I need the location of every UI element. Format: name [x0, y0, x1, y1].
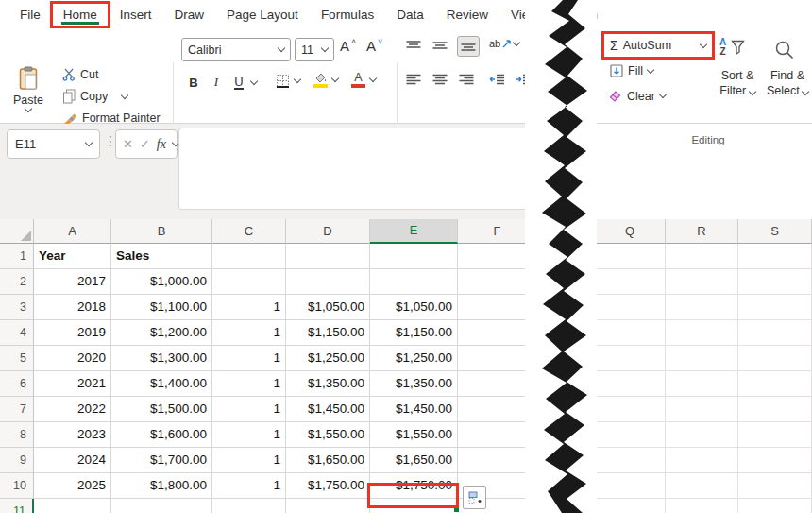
row-header-4[interactable]: 4 [0, 320, 34, 346]
tab-draw[interactable]: Draw [164, 4, 215, 26]
cell-a4[interactable]: 2019 [34, 320, 111, 346]
grow-font-button[interactable]: A ˄ [340, 38, 356, 54]
cell-s11[interactable] [738, 499, 812, 513]
cell-c7[interactable]: 1 [212, 397, 286, 422]
find-select-label[interactable]: Find & Select [763, 68, 812, 98]
cell-e6[interactable]: $1,350.00 [370, 371, 458, 397]
cell-e2[interactable] [370, 269, 458, 295]
cell-c2[interactable] [212, 269, 286, 295]
cell-e3[interactable]: $1,050.00 [370, 295, 458, 320]
cell-s5[interactable] [738, 346, 812, 371]
column-header-r[interactable]: R [666, 219, 738, 244]
cell-r4[interactable] [666, 320, 738, 346]
cell-b4[interactable]: $1,200.00 [111, 320, 212, 346]
underline-chevron-icon[interactable] [250, 77, 258, 84]
cell-a7[interactable]: 2022 [34, 397, 111, 422]
cell-b10[interactable]: $1,800.00 [111, 473, 212, 499]
cell-s4[interactable] [738, 320, 812, 346]
font-size-combobox[interactable]: 11 [295, 38, 334, 61]
cell-b5[interactable]: $1,300.00 [111, 346, 212, 371]
shrink-font-button[interactable]: A ˅ [366, 38, 382, 54]
cell-d9[interactable]: $1,650.00 [286, 448, 370, 473]
italic-button[interactable]: I [206, 72, 227, 93]
cell-r6[interactable] [666, 371, 738, 397]
cell-c1[interactable] [212, 244, 286, 269]
column-header-c[interactable]: C [212, 219, 286, 244]
row-header-8[interactable]: 8 [0, 422, 34, 448]
top-align-button[interactable] [406, 40, 421, 51]
row-header-2[interactable]: 2 [0, 269, 34, 295]
row-header-9[interactable]: 9 [0, 448, 34, 473]
align-right-button[interactable] [459, 74, 474, 85]
cell-r3[interactable] [666, 295, 738, 320]
cut-button[interactable]: Cut [62, 68, 98, 81]
formula-input[interactable] [178, 128, 529, 210]
cell-c9[interactable]: 1 [212, 448, 286, 473]
cell-b6[interactable]: $1,400.00 [111, 371, 212, 397]
column-header-e[interactable]: E [370, 219, 458, 244]
cell-c8[interactable]: 1 [212, 422, 286, 448]
cell-b2[interactable]: $1,000.00 [111, 269, 212, 295]
cell-a10[interactable]: 2025 [34, 473, 111, 499]
cell-b3[interactable]: $1,100.00 [111, 295, 212, 320]
cell-d2[interactable] [286, 269, 370, 295]
cell-d7[interactable]: $1,450.00 [286, 397, 370, 422]
sort-filter-label[interactable]: Sort & Filter [710, 68, 765, 98]
underline-button[interactable]: U [228, 72, 249, 93]
tab-home[interactable]: Home [53, 4, 108, 26]
fill-color-button[interactable] [313, 72, 338, 88]
cell-a8[interactable]: 2023 [34, 422, 111, 448]
decrease-indent-button[interactable] [489, 74, 505, 85]
cell-c11[interactable] [212, 499, 286, 513]
cell-a11[interactable] [34, 499, 111, 513]
cell-e9[interactable]: $1,650.00 [370, 448, 458, 473]
cell-s7[interactable] [738, 397, 812, 422]
cell-s10[interactable] [738, 473, 812, 499]
cell-b11[interactable] [111, 499, 212, 513]
middle-align-button[interactable] [432, 40, 448, 51]
cell-e1[interactable] [370, 244, 458, 269]
tab-page-layout[interactable]: Page Layout [216, 4, 309, 26]
font-name-chevron-icon[interactable] [278, 44, 285, 52]
cell-e7[interactable]: $1,450.00 [370, 397, 458, 422]
row-header-3[interactable]: 3 [0, 295, 34, 320]
cell-r8[interactable] [666, 422, 738, 448]
column-header-a[interactable]: A [34, 219, 111, 244]
cell-d6[interactable]: $1,350.00 [286, 371, 370, 397]
find-select-chevron-icon[interactable] [802, 88, 809, 95]
cell-d4[interactable]: $1,150.00 [286, 320, 370, 346]
cell-e8[interactable]: $1,550.00 [370, 422, 458, 448]
find-select-button[interactable] [774, 40, 795, 60]
cell-a1[interactable]: Year [34, 244, 111, 269]
tab-review[interactable]: Review [436, 4, 499, 26]
cell-r11[interactable] [666, 499, 738, 513]
cell-a3[interactable]: 2018 [34, 295, 111, 320]
cell-r5[interactable] [666, 346, 738, 371]
cell-c4[interactable]: 1 [212, 320, 286, 346]
cell-a6[interactable]: 2021 [34, 371, 111, 397]
cell-b9[interactable]: $1,700.00 [111, 448, 212, 473]
fill-color-chevron-icon[interactable] [331, 75, 339, 82]
fill-chevron-icon[interactable] [647, 65, 654, 73]
align-left-button[interactable] [406, 74, 421, 85]
cell-e5[interactable]: $1,250.00 [370, 346, 458, 371]
cell-r2[interactable] [666, 269, 738, 295]
cell-s8[interactable] [738, 422, 812, 448]
cell-r1[interactable] [666, 244, 738, 269]
cell-c10[interactable]: 1 [212, 473, 286, 499]
bold-button[interactable]: B [183, 72, 204, 93]
cell-s1[interactable] [738, 244, 812, 269]
borders-button[interactable] [276, 74, 300, 88]
column-header-s[interactable]: S [738, 219, 812, 244]
font-size-chevron-icon[interactable] [321, 44, 329, 52]
cell-s2[interactable] [738, 269, 812, 295]
align-center-button[interactable] [432, 74, 448, 85]
cell-c5[interactable]: 1 [212, 346, 286, 371]
sort-filter-chevron-icon[interactable] [748, 88, 755, 95]
font-color-button[interactable]: A [351, 72, 376, 88]
cell-r9[interactable] [666, 448, 738, 473]
insert-function-icon[interactable]: fx [157, 137, 166, 152]
cell-d1[interactable] [286, 244, 370, 269]
select-all-corner[interactable] [0, 219, 34, 244]
tab-data[interactable]: Data [386, 4, 434, 26]
